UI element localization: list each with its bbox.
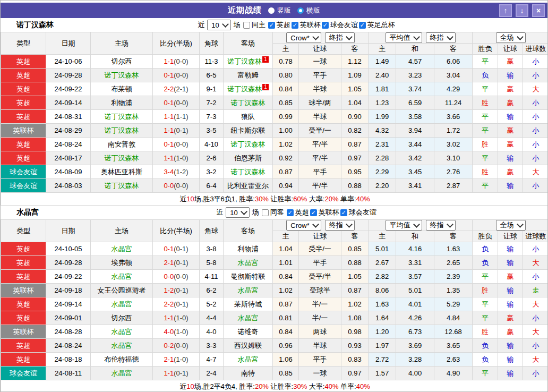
- sub-avg-draw: 和: [396, 44, 434, 55]
- league-filter[interactable]: ✓球会友谊: [340, 208, 376, 217]
- half-time-score: (1-0): [174, 154, 188, 162]
- full-time-score: 1-2: [164, 286, 174, 294]
- match-row: 英超24-08-24南安普敦0-1(0-0)4-10诺丁汉森林1.02平/半0.…: [1, 138, 548, 151]
- result-goals: 小: [523, 339, 548, 353]
- league-filter[interactable]: ✓球会友谊: [322, 20, 358, 30]
- handicap-line: 平手: [299, 353, 341, 367]
- final-odds-select[interactable]: 终指: [325, 32, 355, 43]
- home-team: 布莱顿: [91, 82, 153, 96]
- same-venue-filter[interactable]: 同客: [262, 208, 284, 217]
- match-row: 英超24-10-05水晶宫0-1(0-1)3-8利物浦1.04受半/一0.855…: [1, 242, 548, 256]
- league-badge: 英联杯: [1, 325, 46, 339]
- checkbox-checked-icon[interactable]: ✓: [359, 22, 366, 29]
- league-filter-label: 英超: [295, 208, 309, 217]
- sub-away-odds: 客: [341, 44, 369, 55]
- summary-segment: 场,胜3平6负1, 胜率:: [194, 195, 255, 203]
- match-row: 英超24-08-24水晶宫0-2(0-0)3-3西汉姆联0.96半球0.931.…: [1, 339, 548, 353]
- horizontal-layout-radio[interactable]: 横版: [297, 6, 320, 15]
- average-select[interactable]: 平均值: [386, 220, 422, 231]
- final-odds-select-2[interactable]: 终指: [426, 220, 456, 231]
- avg-home-odds: 5.01: [369, 242, 396, 256]
- bookmaker-select-label: Crow*: [290, 221, 309, 229]
- result-handicap: 赢: [498, 311, 523, 325]
- team-name-text: 诺丁汉森林: [231, 168, 266, 176]
- checkbox-unchecked-icon[interactable]: [262, 209, 269, 216]
- home-team: 切尔西: [91, 55, 153, 69]
- away-team: 诺丁汉森林: [224, 138, 273, 151]
- sub-handicap-result: 让球: [498, 231, 523, 242]
- half-time-score: (2-1): [174, 85, 188, 93]
- match-count-select[interactable]: 10: [207, 20, 230, 30]
- match-row: 球会友谊24-08-11水晶宫1-1(0-1)2-4南特0.85一球0.971.…: [1, 367, 548, 380]
- league-filter[interactable]: ✓英超: [287, 208, 309, 217]
- final-odds-select-2[interactable]: 终指: [426, 32, 456, 43]
- handicap-away-odds: 0.98: [341, 325, 369, 339]
- league-filter-label: 英超: [277, 20, 290, 30]
- match-row: 英超24-08-18布伦特福德2-1(1-0)4-7水晶宫1.06平手0.832…: [1, 353, 548, 367]
- avg-draw-odds: 4.16: [396, 242, 434, 256]
- result-handicap: 输: [498, 242, 523, 256]
- away-team: 利物浦: [224, 242, 273, 256]
- result-outcome: 平: [473, 82, 498, 96]
- radio-icon: [268, 7, 275, 14]
- result-handicap: 赢: [498, 124, 523, 138]
- full-time-score: 1-1: [164, 369, 174, 377]
- checkbox-checked-icon[interactable]: ✓: [340, 209, 347, 216]
- avg-draw-odds: 3.58: [396, 110, 434, 124]
- checkbox-checked-icon[interactable]: ✓: [292, 22, 298, 29]
- close-button[interactable]: ×: [532, 4, 545, 17]
- sub-home-odds: 主: [273, 231, 299, 242]
- col-home: 主场: [91, 220, 153, 242]
- checkbox-checked-icon[interactable]: ✓: [287, 209, 294, 216]
- team-name: 诺丁汉森林: [16, 20, 54, 30]
- title-bar: 近期战绩 竖版 横版 ↑ ↓ ×: [1, 3, 547, 18]
- score-cell: 2-1(0-1): [153, 256, 200, 270]
- corners: 3-2: [200, 165, 224, 179]
- result-group: 全场: [473, 32, 548, 44]
- bookmaker-select[interactable]: Crow*: [286, 32, 321, 43]
- handicap-away-odds: 0.95: [341, 165, 369, 179]
- half-time-score: (0-1): [174, 245, 188, 253]
- handicap-home-odds: 0.84: [273, 82, 299, 96]
- same-venue-filter[interactable]: 同主: [243, 20, 266, 30]
- summary-segment: 60%: [293, 195, 307, 203]
- corners: 3-8: [200, 242, 224, 256]
- scope-select[interactable]: 全场: [496, 32, 526, 43]
- handicap-away-odds: 0.82: [341, 124, 369, 138]
- league-filter[interactable]: ✓英联杯: [310, 208, 339, 217]
- up-arrow-icon: ↑: [504, 7, 508, 14]
- sub-avg-away: 客: [434, 231, 473, 242]
- average-select[interactable]: 平均值: [386, 32, 422, 43]
- checkbox-checked-icon[interactable]: ✓: [322, 22, 329, 29]
- league-filter[interactable]: ✓英超: [268, 20, 290, 30]
- match-row: 英超24-09-01切尔西1-1(1-0)4-4水晶宫0.81半/一1.081.…: [1, 311, 548, 325]
- team-name-text: 水晶宫: [112, 369, 132, 377]
- result-outcome: 平: [473, 55, 498, 69]
- move-down-button[interactable]: ↓: [516, 4, 528, 17]
- checkbox-checked-icon[interactable]: ✓: [268, 22, 275, 29]
- handicap-line: 一球: [299, 367, 341, 380]
- result-handicap: 赢: [498, 270, 523, 284]
- summary-segment: 30%: [293, 382, 307, 390]
- handicap-home-odds: 1.02: [273, 138, 299, 151]
- scope-select[interactable]: 全场: [496, 220, 526, 231]
- league-filter[interactable]: ✓英联杯: [292, 20, 321, 30]
- checkbox-checked-icon[interactable]: ✓: [310, 209, 317, 216]
- result-goals: 小: [523, 110, 548, 124]
- checkbox-unchecked-icon[interactable]: [243, 22, 250, 29]
- half-time-score: (0-0): [174, 182, 188, 190]
- move-up-button[interactable]: ↑: [499, 4, 512, 17]
- team-name-text: 切尔西: [112, 57, 132, 65]
- avg-home-odds: 1.99: [369, 110, 396, 124]
- score-cell: 0-1(0-0): [153, 69, 200, 82]
- final-odds-select[interactable]: 终指: [325, 220, 355, 231]
- vertical-layout-radio[interactable]: 竖版: [268, 6, 291, 15]
- avg-draw-odds: 3.41: [396, 179, 434, 193]
- bookmaker-select[interactable]: Crow*: [286, 220, 321, 231]
- home-team: 利物浦: [91, 96, 153, 110]
- league-filter[interactable]: ✓英足总杯: [359, 20, 395, 30]
- match-date: 24-08-17: [46, 151, 91, 165]
- match-row: 英联杯24-08-29诺丁汉森林1-1(0-1)3-5纽卡斯尔联1.00受半/一…: [1, 124, 548, 138]
- match-count-select[interactable]: 10: [226, 207, 249, 218]
- corners: 4-10: [200, 138, 224, 151]
